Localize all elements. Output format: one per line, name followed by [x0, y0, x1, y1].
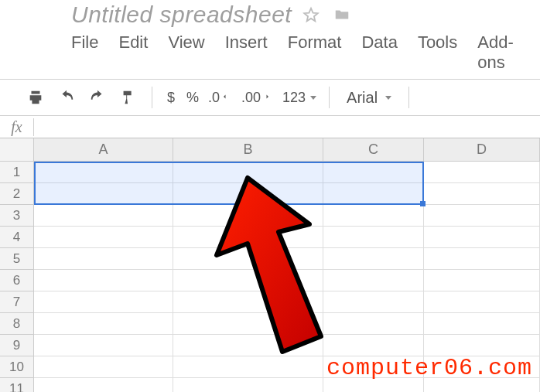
- cell[interactable]: [173, 162, 323, 183]
- row-header[interactable]: 9: [0, 335, 34, 356]
- row-header[interactable]: 11: [0, 378, 34, 392]
- document-title[interactable]: Untitled spreadsheet: [71, 2, 292, 28]
- row-header[interactable]: 2: [0, 183, 34, 205]
- cell[interactable]: [424, 335, 540, 356]
- toolbar: $ % .0 .00 123 Arial: [0, 80, 540, 115]
- row-header[interactable]: 6: [0, 270, 34, 291]
- cell[interactable]: [173, 291, 323, 313]
- row-header[interactable]: 3: [0, 205, 34, 227]
- undo-icon[interactable]: [51, 86, 82, 109]
- toolbar-divider: [329, 87, 330, 108]
- cell[interactable]: [34, 248, 173, 270]
- cell[interactable]: [173, 313, 323, 335]
- font-family-dropdown[interactable]: Arial: [337, 86, 401, 109]
- increase-decimal-button[interactable]: .00: [237, 86, 278, 109]
- star-icon[interactable]: [302, 6, 320, 23]
- cell[interactable]: [34, 335, 173, 356]
- cell[interactable]: [34, 291, 173, 313]
- column-header[interactable]: A: [34, 138, 173, 162]
- paint-format-icon[interactable]: [113, 86, 144, 109]
- column-header[interactable]: D: [424, 138, 540, 162]
- row-header[interactable]: 4: [0, 227, 34, 248]
- column-header[interactable]: C: [323, 138, 424, 162]
- cell[interactable]: [34, 378, 173, 392]
- cell[interactable]: [323, 313, 424, 335]
- menu-data[interactable]: Data: [361, 32, 397, 73]
- folder-icon[interactable]: [333, 6, 350, 23]
- cell[interactable]: [173, 205, 323, 227]
- menu-edit[interactable]: Edit: [118, 32, 148, 73]
- toolbar-divider: [152, 87, 152, 108]
- menu-format[interactable]: Format: [288, 32, 342, 73]
- increase-decimal-label: .00: [241, 90, 261, 106]
- cell[interactable]: [323, 205, 424, 227]
- cell[interactable]: [173, 378, 323, 392]
- cell[interactable]: [424, 205, 540, 227]
- menu-view[interactable]: View: [168, 32, 204, 73]
- cell[interactable]: [34, 162, 173, 183]
- fx-icon: fx: [0, 118, 34, 136]
- cell[interactable]: [34, 313, 173, 335]
- currency-button[interactable]: $: [160, 86, 182, 109]
- cell[interactable]: [424, 227, 540, 248]
- more-formats-button[interactable]: 123: [278, 86, 321, 109]
- formula-bar: fx: [0, 115, 540, 138]
- cell[interactable]: [173, 356, 323, 378]
- toolbar-divider: [408, 87, 409, 108]
- cell[interactable]: [424, 313, 540, 335]
- menu-insert[interactable]: Insert: [225, 32, 268, 73]
- cell[interactable]: [173, 183, 323, 205]
- cell[interactable]: [34, 270, 173, 291]
- row-header[interactable]: 7: [0, 291, 34, 313]
- cell[interactable]: [173, 335, 323, 356]
- cell[interactable]: [173, 270, 323, 291]
- cell[interactable]: [34, 356, 173, 378]
- cell[interactable]: [323, 335, 424, 356]
- title-bar: Untitled spreadsheet: [0, 0, 540, 28]
- row-header[interactable]: 5: [0, 248, 34, 270]
- cell[interactable]: [323, 162, 424, 183]
- menu-file[interactable]: File: [71, 32, 98, 73]
- cell[interactable]: [424, 183, 540, 205]
- menu-bar: File Edit View Insert Format Data Tools …: [0, 28, 540, 79]
- cell[interactable]: [323, 183, 424, 205]
- row-header[interactable]: 1: [0, 162, 34, 183]
- cell[interactable]: [173, 227, 323, 248]
- column-header-row: A B C D: [0, 138, 540, 162]
- cell[interactable]: [424, 270, 540, 291]
- spreadsheet-grid[interactable]: A B C D 1 2 3 4 5 6 7 8 9 10 11: [0, 138, 540, 392]
- watermark-text: computer06.com: [326, 355, 532, 381]
- select-all-corner[interactable]: [0, 138, 34, 162]
- menu-addons[interactable]: Add-ons: [477, 32, 540, 73]
- decrease-decimal-label: .0: [208, 90, 220, 106]
- print-icon[interactable]: [20, 86, 51, 109]
- cell[interactable]: [323, 291, 424, 313]
- cell[interactable]: [424, 291, 540, 313]
- menu-tools[interactable]: Tools: [418, 32, 457, 73]
- cell[interactable]: [34, 183, 173, 205]
- formula-input[interactable]: [34, 116, 540, 138]
- cell[interactable]: [34, 205, 173, 227]
- cell[interactable]: [34, 227, 173, 248]
- row-header[interactable]: 8: [0, 313, 34, 335]
- cell[interactable]: [323, 248, 424, 270]
- cell[interactable]: [424, 248, 540, 270]
- cell[interactable]: [323, 270, 424, 291]
- cell[interactable]: [424, 162, 540, 183]
- percent-button[interactable]: %: [182, 86, 203, 109]
- column-header[interactable]: B: [173, 138, 323, 162]
- redo-icon[interactable]: [82, 86, 113, 109]
- row-header[interactable]: 10: [0, 356, 34, 378]
- cell[interactable]: [323, 227, 424, 248]
- cell[interactable]: [173, 248, 323, 270]
- decrease-decimal-button[interactable]: .0: [203, 86, 237, 109]
